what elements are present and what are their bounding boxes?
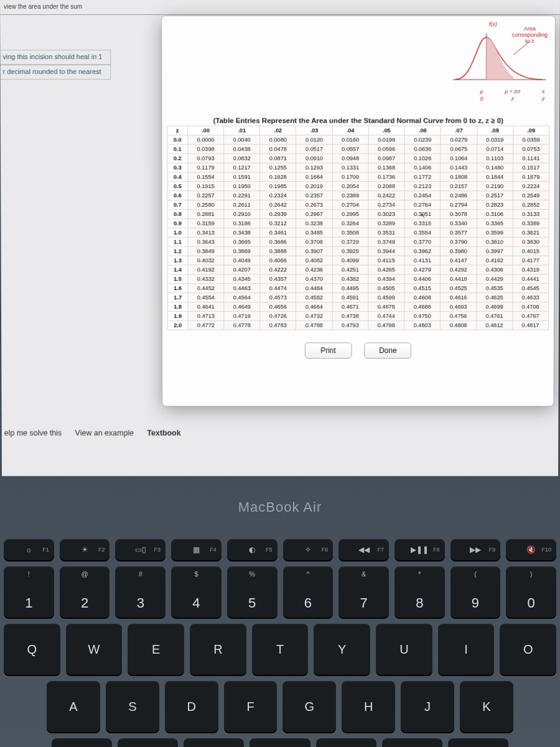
cursor-icon: ↖ xyxy=(420,212,425,219)
textbook[interactable]: Textbook xyxy=(147,429,180,438)
z-cell: 0.4808 xyxy=(441,321,477,330)
key-8[interactable]: *8 xyxy=(394,566,445,618)
key-f7[interactable]: ◀◀F7 xyxy=(338,539,389,560)
key-t[interactable]: T xyxy=(252,624,309,675)
key-0[interactable]: )0 xyxy=(506,566,556,618)
key-f[interactable]: F xyxy=(224,681,278,732)
z-cell: 0.4279 xyxy=(404,265,441,275)
z-cell: 0.2580 xyxy=(188,200,224,210)
key-k[interactable]: K xyxy=(460,681,513,732)
z-cell: 0.3078 xyxy=(441,209,477,218)
print-button[interactable]: Print xyxy=(305,342,352,359)
key-2[interactable]: @2 xyxy=(60,566,110,618)
z-cell: 0.1064 xyxy=(441,154,477,163)
key-q[interactable]: Q xyxy=(4,624,60,675)
key-f9[interactable]: ▶▶F9 xyxy=(450,539,501,560)
key-m[interactable]: M xyxy=(448,738,508,747)
z-cell: 0.3599 xyxy=(477,228,513,237)
key-s[interactable]: S xyxy=(106,681,159,732)
z-cell: 1.5 xyxy=(167,275,188,284)
key-7[interactable]: &7 xyxy=(338,566,389,618)
view-example[interactable]: View an example xyxy=(75,429,134,438)
z-cell: 0.4783 xyxy=(260,321,296,330)
key-d[interactable]: D xyxy=(165,681,218,732)
key-4[interactable]: $4 xyxy=(171,566,222,618)
done-button[interactable]: Done xyxy=(365,342,412,359)
z-cell: 0.4616 xyxy=(441,293,477,302)
z-cell: 0.3023 xyxy=(368,209,404,218)
z-cell: 1.2 xyxy=(167,247,188,256)
z-cell: 0.8 xyxy=(167,209,188,218)
z-cell: 0.3849 xyxy=(188,247,224,256)
key-6[interactable]: ^6 xyxy=(283,566,334,618)
key-f2[interactable]: ☀F2 xyxy=(60,539,110,560)
z-cell: 0.4564 xyxy=(224,293,260,302)
z-cell: 0.4699 xyxy=(477,302,513,311)
key-f6[interactable]: ✧F6 xyxy=(283,539,334,560)
laptop-brand: MacBook Air xyxy=(0,499,560,515)
z-cell: 0.4394 xyxy=(368,275,404,284)
z-cell: 0.0160 xyxy=(332,135,368,144)
key-b[interactable]: B xyxy=(316,738,376,747)
key-o[interactable]: O xyxy=(500,624,556,675)
key-z[interactable]: Z xyxy=(52,738,112,747)
z-cell: 0.3621 xyxy=(513,228,549,237)
key-u[interactable]: U xyxy=(376,624,432,675)
key-3[interactable]: #3 xyxy=(115,566,166,618)
key-h[interactable]: H xyxy=(342,681,395,732)
key-f4[interactable]: ▦F4 xyxy=(171,539,222,560)
z-cell: 0.2190 xyxy=(477,182,513,191)
z-cell: 0.4441 xyxy=(513,275,549,284)
key-f1[interactable]: ☼F1 xyxy=(4,539,54,560)
key-f10[interactable]: 🔇F10 xyxy=(506,539,556,560)
z-cell: 0.4767 xyxy=(513,311,549,321)
z-cell: 0.3365 xyxy=(477,218,513,228)
help-bar: elp me solve this View an example Textbo… xyxy=(2,425,559,442)
key-5[interactable]: %5 xyxy=(227,566,278,618)
table-row: 0.40.15540.15910.16280.16640.17000.17360… xyxy=(167,172,549,182)
key-j[interactable]: J xyxy=(401,681,454,732)
z-cell: 0.1443 xyxy=(441,163,477,172)
z-cell: 0.4 xyxy=(167,172,188,182)
help-me-solve[interactable]: elp me solve this xyxy=(4,429,62,438)
z-cell: 0.2995 xyxy=(332,209,368,218)
key-g[interactable]: G xyxy=(282,681,336,732)
key-e[interactable]: E xyxy=(128,624,184,675)
z-cell: 0.1141 xyxy=(513,154,549,163)
z-cell: 0.0793 xyxy=(188,154,224,163)
key-f3[interactable]: ▭▯F3 xyxy=(115,539,166,560)
z-cell: 0.3810 xyxy=(477,237,513,247)
key-v[interactable]: V xyxy=(250,738,310,747)
z-cell: 0.2764 xyxy=(404,200,441,210)
key-f8[interactable]: ▶❚❚F8 xyxy=(394,539,445,560)
z-cell: 0.2123 xyxy=(404,182,441,191)
z-cell: 0.2852 xyxy=(513,200,549,210)
key-r[interactable]: R xyxy=(190,624,246,675)
z-cell: 0.3907 xyxy=(296,247,332,256)
z-cell: 0.4222 xyxy=(260,265,296,275)
z-cell: 0.3340 xyxy=(441,218,477,228)
fn-icon: ✧ xyxy=(305,545,311,554)
z-cell: 0.2054 xyxy=(332,182,368,191)
key-y[interactable]: Y xyxy=(314,624,370,675)
z-cell: 0.2088 xyxy=(368,182,404,191)
key-x[interactable]: X xyxy=(118,738,178,747)
z-cell: 0.1628 xyxy=(260,172,296,182)
left-question-fragments: ving this incision should heal in 1 r de… xyxy=(0,50,111,79)
key-i[interactable]: I xyxy=(438,624,495,675)
z-cell: 0.4625 xyxy=(477,293,513,302)
z-cell: 0.4357 xyxy=(260,275,296,284)
z-cell: 0.2257 xyxy=(188,191,224,200)
z-cell: 0.4406 xyxy=(404,275,441,284)
fn-icon: ▭▯ xyxy=(135,545,146,554)
key-n[interactable]: N xyxy=(382,738,442,747)
key-1[interactable]: !1 xyxy=(4,566,54,618)
key-f5[interactable]: ◐F5 xyxy=(227,539,278,560)
key-9[interactable]: (9 xyxy=(450,566,501,618)
key-a[interactable]: A xyxy=(47,681,100,732)
key-c[interactable]: C xyxy=(184,738,244,747)
z-cell: 0.4633 xyxy=(513,293,549,302)
key-w[interactable]: W xyxy=(66,624,123,675)
z-cell: 0.1772 xyxy=(404,172,441,182)
table-row: 0.90.31590.31860.32120.32380.32640.32890… xyxy=(167,218,549,228)
